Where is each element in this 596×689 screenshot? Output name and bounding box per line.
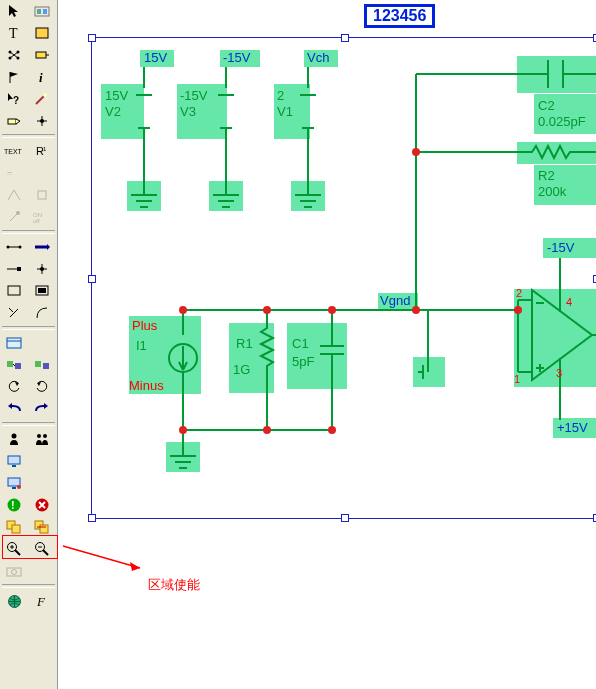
globe-tool[interactable] xyxy=(0,590,28,612)
redo-tool[interactable] xyxy=(28,398,56,420)
svg-point-24 xyxy=(19,246,22,249)
v2-name: 15V xyxy=(105,88,128,103)
svg-rect-19 xyxy=(38,191,46,199)
svg-point-37 xyxy=(43,434,47,438)
junction-tool[interactable] xyxy=(28,110,56,132)
properties-tool[interactable] xyxy=(0,332,28,354)
single-user-tool[interactable] xyxy=(0,428,28,450)
on-off-tool[interactable]: ONoff xyxy=(28,206,56,228)
svg-point-58 xyxy=(412,306,420,314)
help-cursor-tool[interactable]: ? xyxy=(0,88,28,110)
text-label-tool[interactable]: TEXT xyxy=(0,140,28,162)
multi-user-tool[interactable] xyxy=(28,428,56,450)
c1-val: 5pF xyxy=(292,354,314,369)
info-tool[interactable]: i xyxy=(28,66,56,88)
svg-rect-39 xyxy=(8,478,20,486)
disable-region-button[interactable] xyxy=(28,494,56,516)
svg-rect-9 xyxy=(36,52,46,58)
svg-rect-1 xyxy=(37,9,41,14)
svg-point-60 xyxy=(263,426,271,434)
blank2 xyxy=(28,332,56,354)
svg-point-40 xyxy=(17,485,21,489)
svg-text:TEXT: TEXT xyxy=(4,148,23,155)
i1-minus: Minus xyxy=(129,378,164,393)
svg-point-57 xyxy=(328,306,336,314)
rect-draw-tool[interactable] xyxy=(0,280,28,302)
svg-rect-45 xyxy=(12,525,20,533)
component-browser[interactable] xyxy=(28,0,56,22)
c1-ref: C1 xyxy=(292,336,309,351)
wire-tool[interactable] xyxy=(0,236,28,258)
group-tool[interactable] xyxy=(0,354,28,376)
ungroup-tool[interactable] xyxy=(28,354,56,376)
svg-rect-47 xyxy=(40,525,48,533)
undo-tool[interactable] xyxy=(0,398,28,420)
blank4 xyxy=(28,472,56,494)
rect-fill-tool[interactable] xyxy=(28,280,56,302)
svg-rect-13 xyxy=(8,119,16,124)
junction2-tool[interactable] xyxy=(28,258,56,280)
r2-ref: R2 xyxy=(538,168,555,183)
svg-text:i: i xyxy=(39,70,43,84)
tool-palette: T i ? TEXT R1 ⎓ xyxy=(0,0,58,689)
enable-region-button[interactable]: ! xyxy=(0,494,28,516)
text-tool[interactable]: T xyxy=(0,22,28,44)
clone1-tool[interactable] xyxy=(0,516,28,538)
svg-point-55 xyxy=(179,306,187,314)
node-tool[interactable] xyxy=(0,44,28,66)
bus-tool[interactable] xyxy=(28,236,56,258)
i1-ref: I1 xyxy=(136,338,147,353)
snap-tool[interactable] xyxy=(28,184,56,206)
op-pin2: 2 xyxy=(516,287,522,299)
display-tool[interactable] xyxy=(0,450,28,472)
svg-point-59 xyxy=(514,306,522,314)
cut-tool[interactable] xyxy=(0,302,28,324)
tag-tool[interactable] xyxy=(0,110,28,132)
zoom-out-tool[interactable] xyxy=(28,538,56,560)
blank1 xyxy=(28,162,56,184)
svg-text:T: T xyxy=(9,26,18,40)
zoom-in-tool[interactable] xyxy=(0,538,28,560)
flag-tool[interactable] xyxy=(0,66,28,88)
svg-point-26 xyxy=(40,267,44,271)
camera-tool[interactable] xyxy=(0,560,28,582)
svg-point-56 xyxy=(263,306,271,314)
display2-tool[interactable] xyxy=(0,472,28,494)
v3-ref: V3 xyxy=(180,104,196,119)
cursor-tool[interactable] xyxy=(0,0,28,22)
schematic-canvas[interactable]: 123456 xyxy=(58,0,596,689)
clone2-tool[interactable] xyxy=(28,516,56,538)
svg-rect-33 xyxy=(35,361,41,367)
region-tool[interactable] xyxy=(28,22,56,44)
svg-rect-29 xyxy=(38,288,46,293)
op-pin1: 1 xyxy=(514,373,520,385)
svg-rect-25 xyxy=(17,267,21,271)
function-tool[interactable]: F xyxy=(28,590,56,612)
arc-tool[interactable] xyxy=(28,302,56,324)
op-pin3: 3 xyxy=(556,367,562,379)
svg-rect-38 xyxy=(8,456,20,464)
port-tool[interactable] xyxy=(28,44,56,66)
annotation-label: 区域使能 xyxy=(148,576,200,594)
svg-text:?: ? xyxy=(13,95,19,106)
endpoint-tool[interactable] xyxy=(0,258,28,280)
svg-rect-4 xyxy=(36,28,48,38)
schematic-svg xyxy=(58,0,596,530)
net-15v: 15V xyxy=(144,50,167,65)
pin-tool[interactable] xyxy=(0,206,28,228)
svg-point-14 xyxy=(40,119,44,123)
grid-tool[interactable] xyxy=(0,184,28,206)
c2-ref: C2 xyxy=(538,98,555,113)
v2-ref: V2 xyxy=(105,104,121,119)
svg-point-35 xyxy=(12,434,17,439)
ref-tool[interactable]: R1 xyxy=(28,140,56,162)
align-tool[interactable]: ⎓ xyxy=(0,162,28,184)
probe-tool[interactable] xyxy=(28,88,56,110)
r1-ref: R1 xyxy=(236,336,253,351)
net-p15v-b: +15V xyxy=(557,420,588,435)
rotate-cw-tool[interactable] xyxy=(28,376,56,398)
net-vgnd: Vgnd xyxy=(380,293,410,308)
rotate-ccw-tool[interactable] xyxy=(0,376,28,398)
svg-point-36 xyxy=(37,434,41,438)
r1-val: 1G xyxy=(233,362,250,377)
